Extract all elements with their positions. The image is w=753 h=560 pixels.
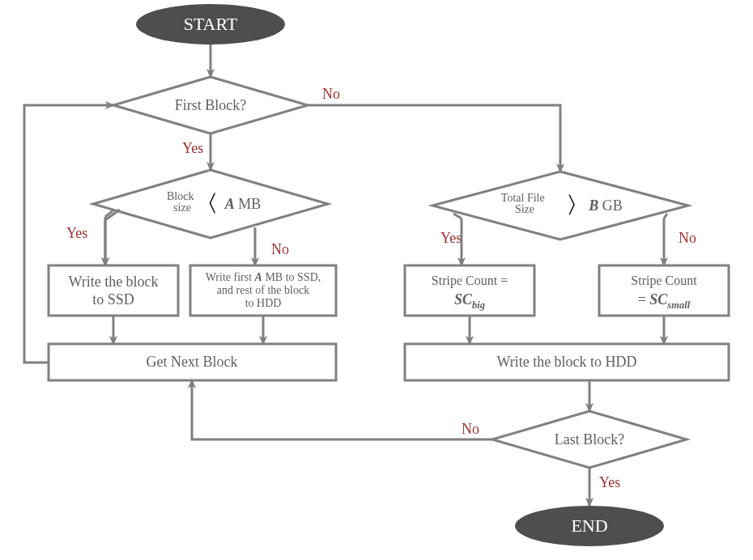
decision-total-file-size: Total File Size 〉 B GB — [432, 172, 688, 240]
process-write-split: Write first A MB to SSD, and rest of the… — [190, 265, 336, 316]
edge-label-blocksize-no: No — [271, 241, 289, 257]
stub-totalsize-left — [453, 214, 462, 218]
edge-label-firstblock-yes: Yes — [182, 140, 203, 156]
start-label: START — [184, 14, 238, 34]
decision-block-size-rhs: A MB — [224, 196, 262, 212]
gt-symbol: 〉 — [568, 191, 576, 215]
process-write-ssd-l1: Write the block — [68, 274, 158, 290]
process-get-next-block: Get Next Block — [49, 344, 336, 380]
process-write-split-l2: and rest of the block — [217, 284, 309, 296]
edge-firstblock-totalsize — [308, 105, 560, 172]
decision-last-block-label: Last Block? — [555, 431, 624, 448]
edge-label-firstblock-no: No — [322, 86, 340, 102]
stub-totalsize-right — [664, 214, 667, 218]
edge-lastblock-getnext — [192, 380, 492, 439]
lt-symbol: 〈 — [209, 189, 216, 214]
process-write-hdd-label: Write the block to HDD — [496, 354, 636, 370]
process-scsmall-l1: Stripe Count — [631, 274, 697, 288]
flowchart-canvas: START First Block? No Yes Block size 〈 A… — [0, 0, 753, 560]
decision-first-block-label: First Block? — [175, 97, 247, 113]
edge-label-lastblock-no: No — [462, 421, 479, 437]
decision-block-size: Block size 〈 A MB — [93, 170, 328, 238]
process-stripe-count-small: Stripe Count = SCsmall — [599, 265, 729, 316]
decision-total-file-rhs: B GB — [588, 197, 623, 214]
edge-label-totalsize-no: No — [679, 230, 696, 246]
process-scbig-l1: Stripe Count = — [432, 274, 508, 288]
process-write-ssd-l2: to SSD — [92, 291, 134, 308]
process-write-hdd: Write the block to HDD — [405, 344, 729, 380]
process-write-split-l3: to HDD — [245, 297, 282, 309]
process-stripe-count-big: Stripe Count = SCbig — [405, 265, 534, 316]
edge-blocksize-writessd2 — [105, 210, 120, 265]
end-label: END — [571, 515, 607, 536]
edge-label-blocksize-yes: Yes — [66, 225, 87, 241]
edge-label-lastblock-yes: Yes — [599, 474, 620, 490]
process-get-next-label: Get Next Block — [147, 354, 238, 370]
process-write-split-l1: Write first A MB to SSD, — [206, 271, 321, 283]
svg-marker-5 — [432, 172, 688, 240]
edge-label-totalsize-yes: Yes — [440, 230, 462, 246]
process-write-ssd: Write the block to SSD — [49, 265, 178, 316]
decision-last-block: Last Block? — [492, 411, 687, 468]
decision-first-block: First Block? — [113, 77, 308, 134]
